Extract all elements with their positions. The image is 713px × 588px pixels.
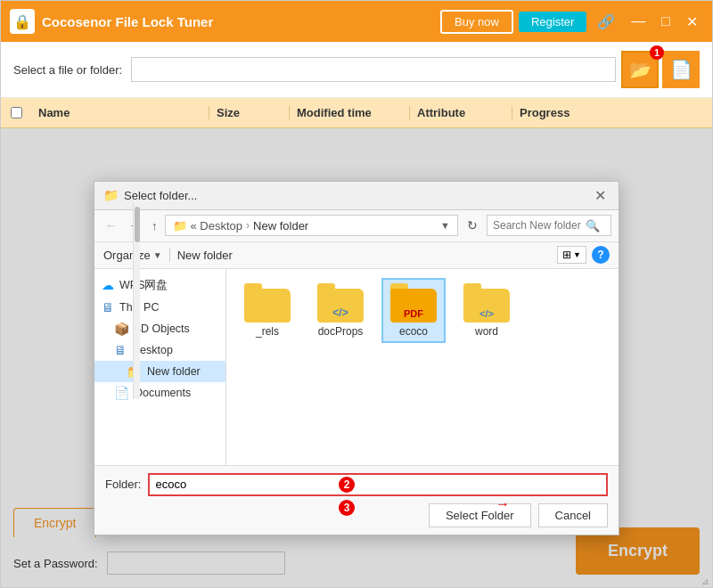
sidebar-scrollbar[interactable] <box>133 203 140 399</box>
folder-icon-rels <box>244 283 291 323</box>
browse-file-button[interactable]: 📄 <box>662 51 700 88</box>
folder-label: Folder: <box>105 478 141 491</box>
select-all-checkbox[interactable] <box>11 107 22 118</box>
nav-path-icon: 📁 <box>173 219 187 233</box>
search-input[interactable] <box>493 219 582 232</box>
sidebar-item-wps[interactable]: ☁ WPS网盘 <box>94 274 225 297</box>
sidebar-newfolder-label: New folder <box>147 365 201 378</box>
th-progress: Progress <box>512 106 712 119</box>
nav-chevron-icon: › <box>246 219 250 232</box>
th-checkbox[interactable] <box>1 107 31 118</box>
organize-chevron-icon: ▼ <box>153 250 162 260</box>
help-button[interactable]: ? <box>592 246 610 264</box>
sidebar-item-documents[interactable]: 📄 Documents <box>94 382 225 404</box>
toolbar-separator <box>169 248 170 262</box>
file-label-rels: _rels <box>256 325 279 338</box>
browse-folder-button[interactable]: 📂 1 <box>621 51 659 88</box>
file-item-word[interactable]: </> word <box>455 278 519 343</box>
arrow-icon: → <box>496 496 510 512</box>
register-button[interactable]: Register <box>519 12 586 32</box>
app-logo: 🔒 <box>10 9 35 34</box>
dialog-body: ☁ WPS网盘 🖥 This PC 📦 3D Objects 🖥 <box>94 269 619 465</box>
th-size: Size <box>209 106 290 119</box>
share-icon[interactable]: 🔗 <box>592 12 620 32</box>
dialog-footer: Folder: → Select Folder Cancel <box>94 465 619 535</box>
nav-up-button[interactable]: ↑ <box>148 217 161 234</box>
select-folder-dialog: 📁 Select folder... ✕ ← → ↑ 📁 « Desktop ›… <box>94 181 619 535</box>
dialog-nav: ← → ↑ 📁 « Desktop › New folder ▼ ↻ 🔍 <box>94 210 619 242</box>
sidebar-scrollbar-thumb <box>135 207 140 242</box>
nav-path-bar[interactable]: 📁 « Desktop › New folder ▼ <box>165 215 459 236</box>
view-icon: ⊞ <box>562 249 571 261</box>
folder-icon-docprops: </> <box>317 283 364 323</box>
file-path-input[interactable] <box>131 57 616 82</box>
folder-icon-ecoco: PDF <box>390 283 437 323</box>
sidebar-documents-label: Documents <box>135 387 191 399</box>
select-folder-button[interactable]: Select Folder <box>429 503 531 527</box>
arrow-annotation: → <box>496 496 510 512</box>
folder-input[interactable] <box>148 473 608 496</box>
buy-button[interactable]: Buy now <box>440 10 513 34</box>
nav-refresh-button[interactable]: ↻ <box>462 216 483 234</box>
sidebar-wps-label: WPS网盘 <box>119 278 168 293</box>
minimize-icon[interactable]: — <box>626 12 651 31</box>
app-title: Cocosenor File Lock Tuner <box>42 14 440 29</box>
toolbar-area: Select a file or folder: 📂 1 📄 <box>1 42 712 98</box>
folder-row: Folder: <box>105 473 608 496</box>
file-item-ecoco[interactable]: PDF ecoco <box>381 278 446 343</box>
nav-search-box: 🔍 <box>487 215 611 236</box>
marker-3: 3 <box>339 500 355 516</box>
lock-icon: 🔒 <box>13 13 31 30</box>
file-icon: 📄 <box>670 59 693 80</box>
cloud-icon: ☁ <box>102 278 114 292</box>
3dobjects-icon: 📦 <box>114 322 129 336</box>
dialog-overlay: 📁 Select folder... ✕ ← → ↑ 📁 « Desktop ›… <box>1 128 712 587</box>
close-icon[interactable]: ✕ <box>681 12 703 32</box>
th-name: Name <box>31 106 209 119</box>
sidebar-item-thispc[interactable]: 🖥 This PC <box>94 297 225 318</box>
sidebar-item-3dobjects[interactable]: 📦 3D Objects <box>94 318 225 339</box>
sidebar-item-desktop[interactable]: 🖥 Desktop <box>94 339 225 361</box>
dialog-btn-row: → Select Folder Cancel <box>105 503 608 527</box>
pc-icon: 🖥 <box>102 300 114 314</box>
maximize-icon[interactable]: □ <box>656 12 676 31</box>
nav-back-button[interactable]: ← <box>102 216 121 234</box>
sidebar-item-newfolder[interactable]: 📁 New folder <box>94 361 225 382</box>
folder-icon: 📂 <box>629 59 652 80</box>
file-label-word: word <box>475 325 498 338</box>
select-label: Select a file or folder: <box>13 63 122 77</box>
view-chevron-icon: ▼ <box>573 250 581 259</box>
cancel-button[interactable]: Cancel <box>538 503 608 527</box>
main-window: 🔒 Cocosenor File Lock Tuner Buy now Regi… <box>0 0 713 588</box>
title-bar: 🔒 Cocosenor File Lock Tuner Buy now Regi… <box>1 1 712 42</box>
nav-path-text: « Desktop <box>191 219 243 233</box>
toolbar-right: ⊞ ▼ ? <box>557 246 610 264</box>
documents-icon: 📄 <box>114 386 129 400</box>
file-label-ecoco: ecoco <box>399 325 428 338</box>
th-modified: Modified time <box>290 106 410 119</box>
dialog-title-bar: 📁 Select folder... ✕ <box>94 182 619 210</box>
marker-2: 2 <box>339 477 355 493</box>
table-header: Name Size Modified time Attribute Progre… <box>1 98 712 128</box>
sidebar-3dobjects-label: 3D Objects <box>135 323 190 335</box>
dialog-files-area: _rels </> docProps <box>226 269 619 465</box>
view-button[interactable]: ⊞ ▼ <box>557 246 586 264</box>
new-folder-button[interactable]: New folder <box>177 249 233 262</box>
nav-path-folder: New folder <box>253 219 308 233</box>
organize-label: Organize <box>103 249 151 262</box>
desktop-icon: 🖥 <box>114 343 127 357</box>
title-bar-buttons: Buy now Register 🔗 — □ ✕ <box>440 10 703 34</box>
file-item-rels[interactable]: _rels <box>235 278 299 343</box>
content-area: Encrypt Set a Password: Encrypt 📁 Select… <box>1 128 712 587</box>
dialog-sidebar: ☁ WPS网盘 🖥 This PC 📦 3D Objects 🖥 <box>94 269 226 465</box>
dialog-close-button[interactable]: ✕ <box>591 187 610 204</box>
nav-dropdown-icon[interactable]: ▼ <box>440 220 450 231</box>
dialog-toolbar: Organize ▼ New folder ⊞ ▼ ? <box>94 242 619 269</box>
th-attribute: Attribute <box>410 106 512 119</box>
resize-handle[interactable]: ⊿ <box>701 576 712 587</box>
xml-overlay-icon: </> <box>332 306 348 319</box>
file-item-docprops[interactable]: </> docProps <box>308 278 373 343</box>
folder-icon-word: </> <box>463 283 510 323</box>
dialog-folder-icon: 📁 <box>103 188 119 202</box>
dialog-title: Select folder... <box>124 189 591 202</box>
